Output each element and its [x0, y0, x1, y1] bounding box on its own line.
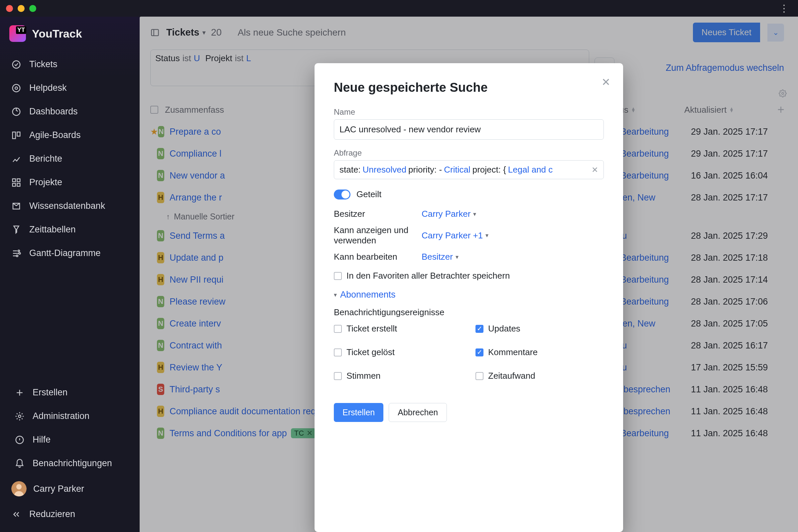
sidebar-item-gantt-diagramme[interactable]: Gantt-Diagramme: [3, 243, 136, 264]
create-button[interactable]: Erstellen: [334, 403, 383, 422]
nav-icon: [11, 225, 21, 235]
avatar-icon: [11, 481, 26, 496]
shared-label: Geteilt: [357, 189, 381, 200]
name-label: Name: [334, 108, 604, 117]
notif-events-heading: Benachrichtigungsereignisse: [334, 307, 604, 318]
close-dialog[interactable]: ✕: [602, 76, 610, 89]
nav-icon: [11, 154, 21, 164]
user-name: Carry Parker: [33, 484, 84, 494]
can-view-select[interactable]: Carry Parker +1▾: [422, 225, 604, 246]
app-name: YouTrack: [32, 27, 82, 40]
query-input[interactable]: state: Unresolved priority: - Critical p…: [334, 160, 604, 179]
dialog-title: Neue gespeicherte Suche: [334, 80, 604, 95]
svg-point-10: [18, 250, 20, 252]
collapse-sidebar[interactable]: Reduzieren: [3, 504, 136, 525]
cancel-button[interactable]: Abbrechen: [389, 403, 447, 422]
can-edit-label: Kann bearbeiten: [334, 252, 414, 262]
checkbox-icon: [334, 272, 342, 280]
maximize-window[interactable]: [29, 5, 36, 12]
nav-icon: [11, 130, 21, 140]
owner-select[interactable]: Carry Parker▾: [422, 209, 604, 219]
nav-icon: [11, 248, 21, 258]
check-created[interactable]: Ticket erstellt: [334, 324, 462, 334]
nav-icon: [11, 59, 21, 70]
sidebar-item-zeittabellen[interactable]: Zeittabellen: [3, 219, 136, 240]
svg-point-12: [16, 255, 18, 257]
sidebar-item-administration[interactable]: Administration: [7, 406, 133, 426]
current-user[interactable]: Carry Parker: [3, 476, 136, 501]
check-votes[interactable]: Stimmen: [334, 371, 462, 381]
sidebar-item-benachrichtigungen[interactable]: Benachrichtigungen: [7, 453, 133, 474]
clear-query-icon[interactable]: ✕: [591, 165, 598, 174]
save-search-dialog: ✕ Neue gespeicherte Suche Name Abfrage s…: [315, 63, 623, 532]
svg-point-1: [13, 84, 20, 92]
can-edit-select[interactable]: Besitzer▾: [422, 252, 604, 262]
subscriptions-toggle[interactable]: ▾ Abonnements: [334, 290, 604, 300]
can-view-label: Kann anzeigen und verwenden: [334, 225, 414, 246]
svg-point-0: [13, 60, 20, 68]
collapse-icon: [11, 509, 21, 519]
svg-point-2: [15, 87, 18, 90]
modal-overlay[interactable]: ✕ Neue gespeicherte Suche Name Abfrage s…: [140, 17, 798, 532]
query-label: Abfrage: [334, 148, 604, 158]
nav-icon: [15, 435, 25, 445]
check-updates[interactable]: Updates: [475, 324, 604, 334]
nav-icon: [15, 458, 25, 469]
search-name-input[interactable]: [334, 119, 604, 140]
favorites-checkbox[interactable]: In den Favoriten aller Betrachter speich…: [334, 271, 604, 281]
sidebar: YouTrack TicketsHelpdeskDashboardsAgile-…: [0, 17, 140, 532]
svg-point-11: [19, 252, 21, 254]
nav-icon: [11, 201, 21, 211]
app-logo: YouTrack: [0, 25, 140, 54]
svg-rect-6: [13, 178, 16, 182]
logo-mark-icon: [9, 25, 26, 42]
check-time[interactable]: Zeitaufwand: [475, 371, 604, 381]
nav-icon: [15, 388, 25, 398]
sidebar-item-berichte[interactable]: Berichte: [3, 148, 136, 169]
svg-rect-5: [17, 132, 20, 136]
sidebar-item-tickets[interactable]: Tickets: [3, 54, 136, 75]
minimize-window[interactable]: [18, 5, 25, 12]
window-controls: [6, 5, 36, 12]
nav-icon: [11, 83, 21, 93]
check-comments[interactable]: Kommentare: [475, 347, 604, 358]
svg-rect-4: [13, 132, 16, 139]
chevron-down-icon: ▾: [334, 291, 337, 299]
nav-icon: [15, 411, 25, 421]
sidebar-item-erstellen[interactable]: Erstellen: [7, 382, 133, 403]
check-resolved[interactable]: Ticket gelöst: [334, 347, 462, 358]
nav-icon: [11, 177, 21, 188]
svg-point-15: [18, 415, 21, 418]
sidebar-item-helpdesk[interactable]: Helpdesk: [3, 77, 136, 98]
titlebar: ⋮: [0, 0, 798, 17]
sidebar-item-projekte[interactable]: Projekte: [3, 172, 136, 193]
sidebar-item-wissensdatenbank[interactable]: Wissensdatenbank: [3, 195, 136, 216]
sidebar-item-hilfe[interactable]: Hilfe: [7, 429, 133, 450]
svg-rect-8: [13, 183, 16, 186]
sidebar-item-agile-boards[interactable]: Agile-Boards: [3, 125, 136, 146]
kebab-menu[interactable]: ⋮: [779, 7, 790, 10]
owner-label: Besitzer: [334, 209, 414, 219]
sidebar-item-dashboards[interactable]: Dashboards: [3, 101, 136, 122]
svg-rect-7: [17, 178, 20, 182]
close-window[interactable]: [6, 5, 13, 12]
svg-rect-9: [17, 183, 20, 186]
shared-toggle[interactable]: [334, 190, 350, 200]
nav-icon: [11, 107, 21, 117]
